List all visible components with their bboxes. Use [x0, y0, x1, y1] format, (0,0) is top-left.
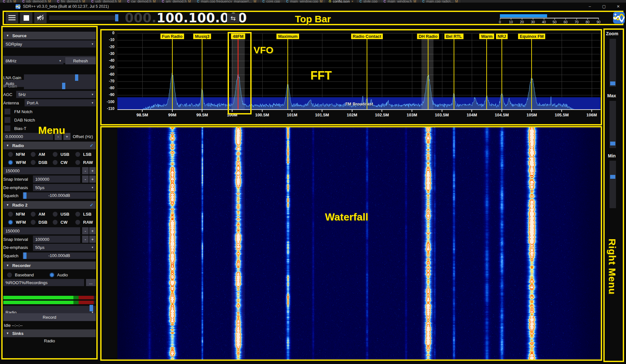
mode-radio-button[interactable] — [75, 220, 80, 225]
recorder-volume-handle[interactable] — [90, 305, 93, 311]
min-slider-handle[interactable] — [610, 175, 615, 179]
offset-minus-button[interactable]: - — [55, 133, 62, 140]
bias-t-checkbox[interactable] — [5, 125, 10, 131]
fft-plot[interactable] — [117, 33, 600, 109]
station-label[interactable]: Maximum — [276, 34, 299, 39]
mode-option-am[interactable]: AM — [31, 151, 52, 158]
bandwidth-input[interactable]: 150000 — [3, 227, 80, 234]
agc-dropdown[interactable]: 5Hz▼ — [16, 91, 96, 98]
audio-radio-button[interactable] — [49, 273, 54, 277]
station-label[interactable]: DH Radio — [417, 34, 439, 39]
max-slider[interactable] — [610, 101, 616, 148]
mode-radio-button[interactable] — [75, 152, 80, 157]
editor-tab[interactable]: {}config.json× — [326, 0, 356, 3]
mode-option-usb[interactable]: USB — [53, 151, 74, 158]
mode-option-raw[interactable]: RAW — [75, 159, 97, 166]
station-label[interactable]: 48FM — [231, 34, 245, 39]
mode-radio-button[interactable] — [8, 160, 13, 165]
mode-option-lsb[interactable]: LSB — [75, 151, 97, 158]
station-label[interactable]: Radio Contact — [351, 34, 383, 39]
mode-option-usb[interactable]: USB — [53, 210, 74, 218]
mode-radio-button[interactable] — [53, 220, 58, 225]
offset-input[interactable]: 0.000000 — [3, 133, 53, 140]
bandwidth-plus-button[interactable]: + — [89, 227, 96, 234]
dab-notch-checkbox[interactable] — [5, 117, 10, 123]
max-slider-handle[interactable] — [610, 142, 615, 145]
station-label[interactable]: Equinox FM — [518, 34, 545, 39]
lna-gain-slider[interactable] — [24, 74, 96, 81]
recorder-section-header[interactable]: ▼ Recorder — [3, 262, 96, 269]
bandwidth-minus-button[interactable]: - — [82, 167, 89, 174]
volume-slider-handle[interactable] — [115, 14, 118, 21]
mode-option-nfm[interactable]: NFM — [8, 210, 29, 218]
antenna-dropdown[interactable]: Port A▼ — [25, 99, 96, 106]
radio-section-header[interactable]: ▼ Radio ✓ — [3, 142, 96, 149]
editor-tab[interactable]: Ccw_demod.hM — [124, 0, 159, 3]
snap-input[interactable]: 100000 — [33, 176, 80, 183]
if-gain-slider[interactable] — [24, 83, 96, 89]
station-label[interactable]: NRJ — [496, 34, 508, 39]
mode-option-dsb[interactable]: DSB — [31, 159, 52, 166]
zoom-slider[interactable] — [610, 39, 616, 87]
editor-tab[interactable]: Cstyle.cpp — [357, 0, 381, 3]
sinks-section-header[interactable]: ▼ Sinks — [3, 329, 96, 337]
bandwidth-input[interactable]: 150000 — [3, 167, 80, 174]
mode-option-cw[interactable]: CW — [53, 159, 74, 166]
snap-plus-button[interactable]: + — [89, 176, 96, 183]
record-button[interactable]: Record — [3, 313, 96, 321]
mode-radio-button[interactable] — [53, 160, 58, 165]
mode-option-lsb[interactable]: LSB — [75, 210, 97, 218]
mode-option-am[interactable]: AM — [31, 210, 52, 218]
mode-option-wfm[interactable]: WFM — [8, 159, 29, 166]
enabled-check-icon[interactable]: ✓ — [90, 143, 93, 148]
editor-tab[interactable]: Cmain.cpp radio\...M — [419, 0, 461, 3]
if-gain-handle[interactable] — [62, 83, 65, 89]
squelch-slider[interactable]: -100.000dB — [23, 192, 96, 199]
station-label[interactable]: Musiq3 — [193, 34, 211, 39]
offset-plus-button[interactable]: + — [63, 133, 70, 140]
close-button[interactable]: ✕ — [611, 3, 625, 10]
zoom-slider-handle[interactable] — [610, 81, 615, 85]
mode-option-raw[interactable]: RAW — [75, 219, 97, 226]
mode-radio-button[interactable] — [75, 160, 80, 165]
recorder-volume-slider[interactable] — [3, 306, 96, 310]
squelch-slider[interactable]: -100.000dB — [23, 252, 96, 259]
mode-radio-button[interactable] — [31, 212, 36, 217]
maximize-button[interactable]: ▢ — [597, 3, 611, 10]
editor-tab[interactable]: Cmain_window.cppM — [283, 0, 326, 3]
mode-radio-button[interactable] — [31, 160, 36, 165]
browse-button[interactable]: ... — [86, 279, 96, 286]
snap-minus-button[interactable]: - — [82, 236, 89, 243]
mode-option-dsb[interactable]: DSB — [31, 219, 52, 226]
editor-tab[interactable]: Cmain_window.hM — [381, 0, 419, 3]
radio2-section-header[interactable]: ▼ Radio 2 ✓ — [3, 201, 96, 209]
tuning-mode-button[interactable]: ⇆ — [227, 13, 239, 23]
lna-gain-handle[interactable] — [75, 74, 78, 81]
source-section-header[interactable]: ▼ Source — [3, 32, 96, 39]
refresh-button[interactable]: Refresh — [65, 57, 96, 64]
mode-radio-button[interactable] — [53, 212, 58, 217]
snap-minus-button[interactable]: - — [82, 176, 89, 183]
mode-radio-button[interactable] — [53, 152, 58, 157]
bandwidth-plus-button[interactable]: + — [89, 167, 96, 174]
mode-option-cw[interactable]: CW — [53, 219, 74, 226]
mode-option-wfm[interactable]: WFM — [8, 219, 29, 226]
editor-tab[interactable]: Ccore.cpp — [260, 0, 283, 3]
mode-radio-button[interactable] — [31, 220, 36, 225]
recording-path-input[interactable]: %ROOT%/Recordings — [3, 279, 84, 286]
mode-option-nfm[interactable]: NFM — [8, 151, 29, 158]
editor-tab[interactable]: Cmain.cpp frequency_manager\...M — [194, 0, 259, 3]
mode-radio-button[interactable] — [31, 152, 36, 157]
waterfall[interactable] — [117, 127, 600, 359]
station-label[interactable]: Bel RTL — [444, 34, 463, 39]
baseband-radio-button[interactable] — [7, 273, 12, 277]
min-slider[interactable] — [610, 161, 616, 208]
editor-tab[interactable]: Cam_demod.hM — [159, 0, 194, 3]
deemphasis-dropdown[interactable]: 50µs▼ — [33, 244, 96, 251]
mode-radio-button[interactable] — [75, 212, 80, 217]
enabled-check-icon[interactable]: ✓ — [90, 202, 93, 208]
station-label[interactable]: Fun Radio — [160, 34, 184, 39]
snap-plus-button[interactable]: + — [89, 236, 96, 243]
mode-radio-button[interactable] — [8, 152, 13, 157]
source-driver-dropdown[interactable]: SDRplay▼ — [3, 40, 96, 48]
